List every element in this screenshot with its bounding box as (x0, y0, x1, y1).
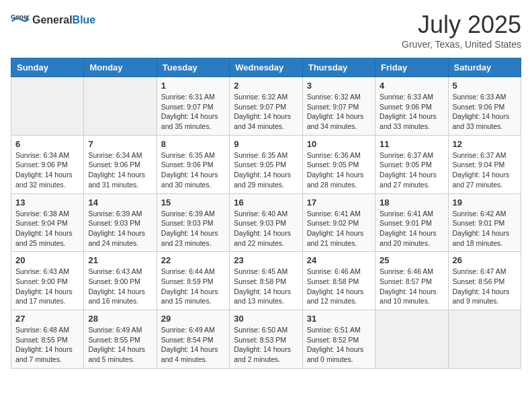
day-number: 8 (161, 139, 225, 149)
title-block: July 2025 Gruver, Texas, United States (402, 11, 521, 50)
cell-content: Sunrise: 6:34 AM Sunset: 9:06 PM Dayligh… (15, 150, 79, 190)
day-number: 21 (88, 255, 152, 265)
calendar-cell: 7Sunrise: 6:34 AM Sunset: 9:06 PM Daylig… (84, 135, 157, 193)
calendar-week-row: 6Sunrise: 6:34 AM Sunset: 9:06 PM Daylig… (11, 135, 521, 193)
calendar-cell: 31Sunrise: 6:51 AM Sunset: 8:52 PM Dayli… (302, 310, 375, 369)
cell-content: Sunrise: 6:34 AM Sunset: 9:06 PM Dayligh… (88, 150, 152, 190)
day-number: 7 (88, 139, 152, 149)
cell-content: Sunrise: 6:39 AM Sunset: 9:03 PM Dayligh… (88, 209, 152, 248)
calendar-cell: 14Sunrise: 6:39 AM Sunset: 9:03 PM Dayli… (84, 193, 157, 252)
calendar-week-row: 27Sunrise: 6:48 AM Sunset: 8:55 PM Dayli… (11, 310, 521, 369)
cell-content: Sunrise: 6:36 AM Sunset: 9:05 PM Dayligh… (307, 150, 371, 190)
logo-blue-text: Blue (73, 14, 96, 26)
calendar-cell: 2Sunrise: 6:32 AM Sunset: 9:07 PM Daylig… (230, 77, 302, 136)
calendar-cell (84, 77, 157, 136)
cell-content: Sunrise: 6:48 AM Sunset: 8:55 PM Dayligh… (15, 325, 79, 365)
cell-content: Sunrise: 6:47 AM Sunset: 8:56 PM Dayligh… (453, 267, 517, 306)
calendar-cell: 22Sunrise: 6:44 AM Sunset: 8:59 PM Dayli… (157, 252, 229, 310)
cell-content: Sunrise: 6:35 AM Sunset: 9:05 PM Dayligh… (234, 150, 298, 190)
day-number: 24 (307, 255, 371, 265)
day-number: 5 (453, 81, 517, 91)
day-number: 16 (234, 197, 298, 208)
location: Gruver, Texas, United States (402, 39, 521, 50)
day-number: 17 (307, 197, 371, 208)
day-number: 25 (380, 255, 443, 265)
logo: General GeneralBlue (11, 11, 95, 30)
day-number: 26 (453, 255, 517, 265)
calendar-cell: 28Sunrise: 6:49 AM Sunset: 8:55 PM Dayli… (84, 310, 157, 369)
calendar-cell: 10Sunrise: 6:36 AM Sunset: 9:05 PM Dayli… (302, 135, 375, 193)
day-header-friday: Friday (375, 58, 448, 77)
calendar-week-row: 1Sunrise: 6:31 AM Sunset: 9:07 PM Daylig… (11, 77, 521, 136)
day-number: 28 (88, 314, 152, 324)
day-number: 22 (161, 255, 225, 265)
calendar-cell: 1Sunrise: 6:31 AM Sunset: 9:07 PM Daylig… (157, 77, 229, 136)
calendar-cell: 19Sunrise: 6:42 AM Sunset: 9:01 PM Dayli… (448, 193, 521, 252)
calendar-cell (375, 310, 448, 369)
calendar-cell: 27Sunrise: 6:48 AM Sunset: 8:55 PM Dayli… (11, 310, 84, 369)
calendar-cell: 12Sunrise: 6:37 AM Sunset: 9:04 PM Dayli… (448, 135, 521, 193)
calendar-cell: 16Sunrise: 6:40 AM Sunset: 9:03 PM Dayli… (230, 193, 302, 252)
cell-content: Sunrise: 6:33 AM Sunset: 9:06 PM Dayligh… (380, 92, 443, 132)
day-number: 13 (15, 197, 79, 208)
cell-content: Sunrise: 6:33 AM Sunset: 9:06 PM Dayligh… (453, 92, 517, 132)
cell-content: Sunrise: 6:49 AM Sunset: 8:54 PM Dayligh… (161, 325, 225, 365)
day-number: 29 (161, 314, 225, 324)
cell-content: Sunrise: 6:51 AM Sunset: 8:52 PM Dayligh… (307, 325, 371, 365)
day-header-monday: Monday (84, 58, 157, 77)
cell-content: Sunrise: 6:42 AM Sunset: 9:01 PM Dayligh… (453, 209, 517, 248)
calendar-cell (448, 310, 521, 369)
day-number: 20 (15, 255, 79, 265)
calendar-cell: 8Sunrise: 6:35 AM Sunset: 9:06 PM Daylig… (157, 135, 229, 193)
calendar-cell: 20Sunrise: 6:43 AM Sunset: 9:00 PM Dayli… (11, 252, 84, 310)
day-number: 6 (15, 139, 79, 149)
calendar-cell: 29Sunrise: 6:49 AM Sunset: 8:54 PM Dayli… (157, 310, 229, 369)
day-header-tuesday: Tuesday (157, 58, 229, 77)
page-header: General GeneralBlue July 2025 Gruver, Te… (11, 11, 521, 50)
calendar-cell: 23Sunrise: 6:45 AM Sunset: 8:58 PM Dayli… (230, 252, 302, 310)
cell-content: Sunrise: 6:31 AM Sunset: 9:07 PM Dayligh… (161, 92, 225, 132)
calendar-cell: 13Sunrise: 6:38 AM Sunset: 9:04 PM Dayli… (11, 193, 84, 252)
cell-content: Sunrise: 6:41 AM Sunset: 9:01 PM Dayligh… (380, 209, 443, 248)
cell-content: Sunrise: 6:32 AM Sunset: 9:07 PM Dayligh… (234, 92, 298, 132)
cell-content: Sunrise: 6:32 AM Sunset: 9:07 PM Dayligh… (307, 92, 371, 132)
day-number: 4 (380, 81, 443, 91)
calendar-header-row: SundayMondayTuesdayWednesdayThursdayFrid… (11, 58, 521, 77)
calendar-cell: 6Sunrise: 6:34 AM Sunset: 9:06 PM Daylig… (11, 135, 84, 193)
calendar-cell: 9Sunrise: 6:35 AM Sunset: 9:05 PM Daylig… (230, 135, 302, 193)
calendar-week-row: 13Sunrise: 6:38 AM Sunset: 9:04 PM Dayli… (11, 193, 521, 252)
cell-content: Sunrise: 6:39 AM Sunset: 9:03 PM Dayligh… (161, 209, 225, 248)
day-header-saturday: Saturday (448, 58, 521, 77)
cell-content: Sunrise: 6:35 AM Sunset: 9:06 PM Dayligh… (161, 150, 225, 190)
day-header-thursday: Thursday (302, 58, 375, 77)
day-number: 1 (161, 81, 225, 91)
logo-general-text: General (32, 14, 73, 26)
cell-content: Sunrise: 6:38 AM Sunset: 9:04 PM Dayligh… (15, 209, 79, 248)
calendar-cell: 4Sunrise: 6:33 AM Sunset: 9:06 PM Daylig… (375, 77, 448, 136)
day-header-sunday: Sunday (11, 58, 84, 77)
calendar-cell: 30Sunrise: 6:50 AM Sunset: 8:53 PM Dayli… (230, 310, 302, 369)
calendar-cell (11, 77, 84, 136)
cell-content: Sunrise: 6:50 AM Sunset: 8:53 PM Dayligh… (234, 325, 298, 365)
logo-icon: General (11, 11, 30, 30)
day-number: 14 (88, 197, 152, 208)
day-number: 30 (234, 314, 298, 324)
day-number: 27 (15, 314, 79, 324)
cell-content: Sunrise: 6:46 AM Sunset: 8:58 PM Dayligh… (307, 267, 371, 306)
cell-content: Sunrise: 6:46 AM Sunset: 8:57 PM Dayligh… (380, 267, 443, 306)
calendar-cell: 18Sunrise: 6:41 AM Sunset: 9:01 PM Dayli… (375, 193, 448, 252)
calendar-table: SundayMondayTuesdayWednesdayThursdayFrid… (11, 58, 521, 369)
cell-content: Sunrise: 6:43 AM Sunset: 9:00 PM Dayligh… (15, 267, 79, 306)
calendar-cell: 5Sunrise: 6:33 AM Sunset: 9:06 PM Daylig… (448, 77, 521, 136)
calendar-cell: 21Sunrise: 6:43 AM Sunset: 9:00 PM Dayli… (84, 252, 157, 310)
day-number: 10 (307, 139, 371, 149)
day-number: 11 (380, 139, 443, 149)
day-number: 3 (307, 81, 371, 91)
day-number: 31 (307, 314, 371, 324)
calendar-cell: 17Sunrise: 6:41 AM Sunset: 9:02 PM Dayli… (302, 193, 375, 252)
calendar-cell: 11Sunrise: 6:37 AM Sunset: 9:05 PM Dayli… (375, 135, 448, 193)
cell-content: Sunrise: 6:43 AM Sunset: 9:00 PM Dayligh… (88, 267, 152, 306)
cell-content: Sunrise: 6:45 AM Sunset: 8:58 PM Dayligh… (234, 267, 298, 306)
cell-content: Sunrise: 6:37 AM Sunset: 9:05 PM Dayligh… (380, 150, 443, 190)
day-number: 2 (234, 81, 298, 91)
